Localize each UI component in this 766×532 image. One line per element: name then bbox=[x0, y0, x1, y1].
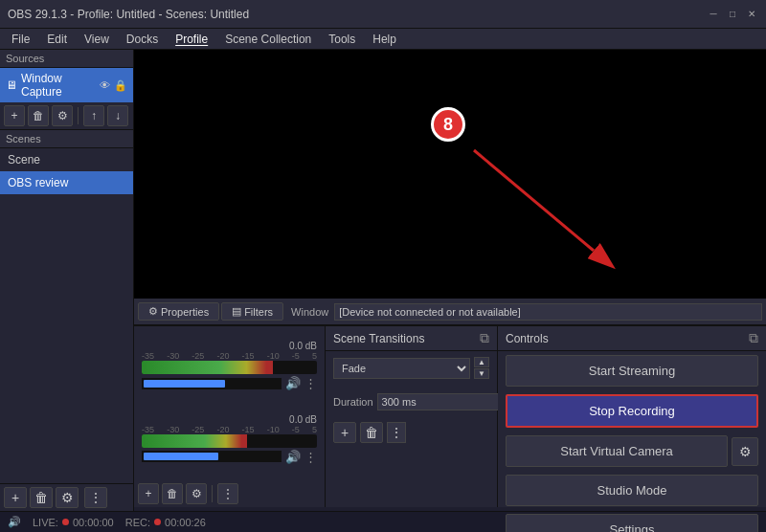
scene-item-obs-review[interactable]: OBS review bbox=[0, 171, 133, 194]
scenes-header: Scenes bbox=[0, 130, 133, 148]
transition-type-select[interactable]: Fade bbox=[333, 358, 470, 379]
transition-down-arrow[interactable]: ▼ bbox=[474, 368, 489, 379]
mute-icon-1[interactable]: 🔊 bbox=[285, 376, 301, 390]
window-controls: ─ □ ✕ bbox=[707, 8, 758, 21]
start-virtual-camera-button[interactable]: Start Virtual Camera bbox=[506, 435, 728, 467]
controls-expand-icon[interactable]: ⧉ bbox=[749, 330, 758, 346]
preview-area: 8 bbox=[134, 50, 766, 299]
menu-scene-collection[interactable]: Scene Collection bbox=[217, 31, 319, 48]
window-label: Window bbox=[291, 306, 328, 318]
controls-section: Controls ⧉ Start Streaming Stop Recordin… bbox=[498, 326, 766, 507]
window-title: OBS 29.1.3 - Profile: Untitled - Scenes:… bbox=[8, 8, 249, 21]
menu-view[interactable]: View bbox=[77, 31, 117, 48]
settings-button[interactable]: Settings bbox=[506, 514, 758, 532]
live-dot bbox=[62, 519, 69, 525]
visibility-icon[interactable]: 👁 bbox=[100, 79, 110, 91]
studio-mode-button[interactable]: Studio Mode bbox=[506, 475, 758, 506]
stop-recording-button[interactable]: Stop Recording bbox=[506, 394, 758, 428]
vol-label-2: 0.0 dB bbox=[138, 414, 321, 425]
vol-value-2: 0.0 dB bbox=[289, 414, 317, 425]
audio-menu-button[interactable]: ⋮ bbox=[217, 483, 238, 504]
mute-icon-2[interactable]: 🔊 bbox=[285, 450, 301, 464]
menu-file[interactable]: File bbox=[4, 31, 37, 48]
move-down-button[interactable]: ↓ bbox=[107, 105, 128, 126]
audio-section: 0.0 dB -35-30-25-20-15-10-55 🔊 bbox=[134, 326, 326, 507]
sources-toolbar: + 🗑 ⚙ ↑ ↓ bbox=[0, 102, 133, 129]
maximize-button[interactable]: □ bbox=[726, 8, 739, 21]
menu-docks[interactable]: Docks bbox=[119, 31, 166, 48]
scene-up-button[interactable]: ⋮ bbox=[84, 487, 107, 508]
virtual-camera-gear-button[interactable]: ⚙ bbox=[732, 437, 758, 466]
add-source-button[interactable]: + bbox=[4, 105, 25, 126]
duration-row: Duration ▲ ▼ bbox=[326, 385, 497, 418]
transitions-section: Scene Transitions ⧉ Fade ▲ ▼ Duration bbox=[326, 326, 498, 507]
controls-header: Controls ⧉ bbox=[498, 326, 766, 351]
mixer-row-2: 0.0 dB -35-30-25-20-15-10-55 🔊 bbox=[138, 414, 321, 466]
menu-edit[interactable]: Edit bbox=[39, 31, 75, 48]
minimize-button[interactable]: ─ bbox=[707, 8, 720, 21]
toolbar-separator bbox=[78, 107, 79, 124]
transition-buttons: + 🗑 ⋮ bbox=[326, 418, 497, 447]
remove-audio-button[interactable]: 🗑 bbox=[162, 483, 183, 504]
left-panel: Sources 🖥 Window Capture 👁 🔒 + 🗑 ⚙ ↑ ↓ S… bbox=[0, 50, 134, 511]
transition-arrows: ▲ ▼ bbox=[474, 357, 489, 379]
menu-help[interactable]: Help bbox=[365, 31, 404, 48]
add-scene-button[interactable]: + bbox=[4, 487, 27, 508]
rec-time: 00:00:26 bbox=[165, 517, 206, 528]
mixer-controls-1: 🔊 ⋮ bbox=[138, 374, 321, 392]
volume-slider-track-2[interactable] bbox=[142, 451, 282, 462]
transition-up-arrow[interactable]: ▲ bbox=[474, 357, 489, 367]
audio-icon: 🔊 bbox=[8, 516, 21, 528]
vol-label-1: 0.0 dB bbox=[138, 341, 321, 351]
meter-bar-2 bbox=[142, 434, 317, 448]
scene-settings-button[interactable]: ⚙ bbox=[56, 487, 79, 508]
transition-menu-button[interactable]: ⋮ bbox=[387, 422, 406, 443]
annotation-8: 8 bbox=[431, 107, 465, 142]
start-streaming-button[interactable]: Start Streaming bbox=[506, 355, 758, 387]
remove-scene-button[interactable]: 🗑 bbox=[30, 487, 53, 508]
volume-slider-track-1[interactable] bbox=[142, 378, 282, 389]
source-item-window-capture[interactable]: 🖥 Window Capture 👁 🔒 bbox=[0, 68, 133, 102]
add-transition-button[interactable]: + bbox=[333, 422, 356, 443]
svg-line-1 bbox=[474, 150, 594, 251]
filters-label: Filters bbox=[244, 306, 273, 318]
source-settings-button[interactable]: ⚙ bbox=[52, 105, 73, 126]
audio-properties-button[interactable]: ⚙ bbox=[186, 483, 207, 504]
vol-value-1: 0.0 dB bbox=[289, 341, 317, 351]
add-audio-button[interactable]: + bbox=[138, 483, 159, 504]
mixer-controls-2: 🔊 ⋮ bbox=[138, 448, 321, 466]
live-time: 00:00:00 bbox=[73, 517, 114, 528]
studio-mode-label: Studio Mode bbox=[597, 483, 667, 498]
remove-source-button[interactable]: 🗑 bbox=[28, 105, 49, 126]
properties-button[interactable]: ⚙ Properties bbox=[138, 302, 219, 321]
move-up-button[interactable]: ↑ bbox=[83, 105, 104, 126]
properties-icon: ⚙ bbox=[148, 305, 158, 318]
mixer-menu-2[interactable]: ⋮ bbox=[304, 450, 317, 464]
scene-item-scene[interactable]: Scene bbox=[0, 148, 133, 171]
menu-tools[interactable]: Tools bbox=[321, 31, 363, 48]
live-label: LIVE: bbox=[33, 517, 58, 528]
mixer-menu-1[interactable]: ⋮ bbox=[304, 376, 317, 390]
remove-transition-button[interactable]: 🗑 bbox=[360, 422, 383, 443]
lock-icon[interactable]: 🔒 bbox=[114, 79, 127, 92]
rec-dot bbox=[154, 519, 161, 525]
meter-bar-1 bbox=[142, 361, 317, 374]
window-dropdown[interactable]: [Device not connected or not available] bbox=[334, 303, 762, 321]
mixer-row-1: 0.0 dB -35-30-25-20-15-10-55 🔊 bbox=[138, 341, 321, 392]
filters-icon: ▤ bbox=[232, 305, 241, 318]
live-status: LIVE: 00:00:00 bbox=[33, 517, 114, 528]
audio-meters: 0.0 dB -35-30-25-20-15-10-55 🔊 bbox=[134, 326, 325, 480]
center-area: 8 ⚙ Properties ▤ Filters Window bbox=[134, 50, 766, 511]
start-virtual-camera-label: Start Virtual Camera bbox=[560, 444, 673, 458]
filter-bar: ⚙ Properties ▤ Filters Window [Device no… bbox=[134, 299, 766, 325]
meter-fill-1 bbox=[142, 361, 273, 374]
filters-button[interactable]: ▤ Filters bbox=[221, 302, 283, 321]
start-streaming-label: Start Streaming bbox=[589, 364, 675, 378]
audio-toolbar: + 🗑 ⚙ ⋮ bbox=[134, 480, 325, 507]
menu-profile[interactable]: Profile bbox=[168, 31, 215, 48]
close-button[interactable]: ✕ bbox=[745, 8, 758, 21]
transitions-expand-icon[interactable]: ⧉ bbox=[480, 330, 489, 346]
transitions-title: Scene Transitions bbox=[333, 332, 424, 345]
volume-slider-fill-1 bbox=[144, 380, 225, 388]
scenes-section: Scenes Scene OBS review bbox=[0, 130, 133, 483]
